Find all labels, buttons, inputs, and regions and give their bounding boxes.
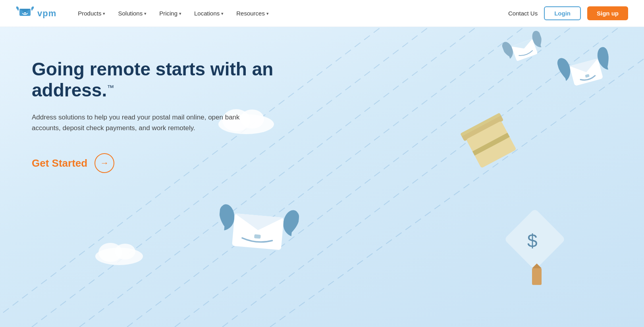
logo-text: vpm	[37, 8, 56, 19]
chevron-down-icon: ▾	[179, 11, 181, 16]
svg-rect-22	[254, 234, 261, 239]
svg-rect-23	[505, 210, 566, 270]
hero-text-block: Going remote starts with an address.™ Ad…	[32, 59, 302, 173]
svg-line-8	[270, 59, 644, 327]
svg-rect-19	[472, 133, 510, 156]
nav-resources[interactable]: Resources ▾	[231, 7, 274, 20]
hero-headline: Going remote starts with an address.™	[32, 59, 302, 101]
chevron-down-icon: ▾	[103, 11, 105, 16]
svg-rect-18	[466, 121, 517, 168]
logo-link[interactable]: vpm	[16, 6, 56, 21]
nav-pricing[interactable]: Pricing ▾	[154, 7, 187, 20]
nav-locations[interactable]: Locations ▾	[189, 7, 229, 20]
login-button[interactable]: Login	[544, 6, 581, 20]
dollar-card-bottom-right: $	[505, 210, 569, 289]
svg-marker-26	[532, 264, 542, 268]
get-started-cta[interactable]: Get Started →	[32, 153, 302, 173]
contact-link[interactable]: Contact Us	[508, 10, 538, 17]
svg-rect-25	[532, 268, 542, 285]
svg-point-13	[98, 243, 122, 262]
nav-products[interactable]: Products ▾	[72, 7, 111, 20]
svg-text:$: $	[527, 231, 538, 251]
svg-point-14	[115, 244, 135, 260]
nav-right: Contact Us Login Sign up	[508, 6, 628, 20]
navbar: vpm Products ▾ Solutions ▾ Pricing ▾ Loc…	[0, 0, 644, 27]
nav-solutions[interactable]: Solutions ▾	[112, 7, 152, 20]
envelope-small-top-corner	[501, 29, 549, 72]
chevron-down-icon: ▾	[144, 11, 147, 16]
signup-button[interactable]: Sign up	[587, 6, 628, 20]
svg-rect-20	[460, 113, 501, 137]
svg-rect-1	[24, 12, 26, 13]
envelope-medium-center	[216, 202, 300, 257]
envelope-large-top-right	[556, 45, 617, 100]
hero-section: Going remote starts with an address.™ Ad…	[0, 27, 644, 327]
svg-point-12	[95, 248, 143, 265]
svg-rect-21	[232, 214, 284, 250]
nav-links: Products ▾ Solutions ▾ Pricing ▾ Locatio…	[72, 7, 508, 20]
arrow-circle-icon: →	[94, 153, 114, 173]
chevron-down-icon: ▾	[221, 11, 224, 16]
svg-rect-17	[460, 113, 503, 141]
svg-rect-16	[585, 74, 589, 78]
chevron-down-icon: ▾	[266, 11, 269, 16]
cloud-bottom-left	[91, 237, 147, 265]
hero-subtext: Address solutions to help you read your …	[32, 112, 246, 133]
package-box	[456, 105, 526, 175]
svg-rect-15	[569, 58, 603, 86]
get-started-label: Get Started	[32, 157, 87, 169]
logo-icon	[16, 6, 34, 21]
svg-rect-27	[511, 39, 538, 62]
